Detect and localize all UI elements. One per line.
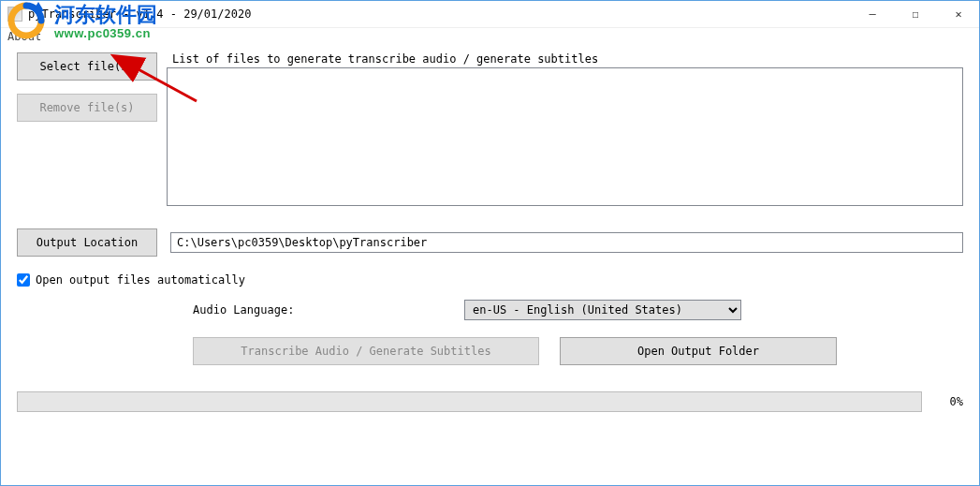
output-path-input[interactable] (170, 232, 963, 253)
file-list-label: List of files to generate transcribe aud… (172, 52, 963, 66)
close-button[interactable]: ✕ (937, 0, 980, 28)
titlebar: pyTranscriber - v1.4 - 29/01/2020 — ☐ ✕ (0, 0, 980, 28)
window-title: pyTranscriber - v1.4 - 29/01/2020 (28, 7, 251, 21)
audio-language-label: Audio Language: (193, 303, 464, 317)
progress-bar (17, 391, 922, 412)
remove-files-button[interactable]: Remove file(s) (17, 94, 157, 122)
audio-language-select[interactable]: en-US - English (United States) (464, 300, 741, 320)
file-list[interactable] (167, 67, 963, 206)
progress-percent: 0% (935, 395, 963, 408)
select-files-button[interactable]: Select file(s) (17, 52, 157, 81)
open-auto-label: Open output files automatically (36, 273, 245, 287)
maximize-button[interactable]: ☐ (894, 0, 937, 28)
open-auto-checkbox[interactable] (17, 273, 30, 287)
output-location-button[interactable]: Output Location (17, 228, 157, 257)
window-controls: — ☐ ✕ (851, 0, 980, 28)
minimize-button[interactable]: — (851, 0, 894, 28)
open-output-folder-button[interactable]: Open Output Folder (560, 337, 837, 365)
app-icon (7, 7, 22, 22)
transcribe-button[interactable]: Transcribe Audio / Generate Subtitles (193, 337, 539, 365)
